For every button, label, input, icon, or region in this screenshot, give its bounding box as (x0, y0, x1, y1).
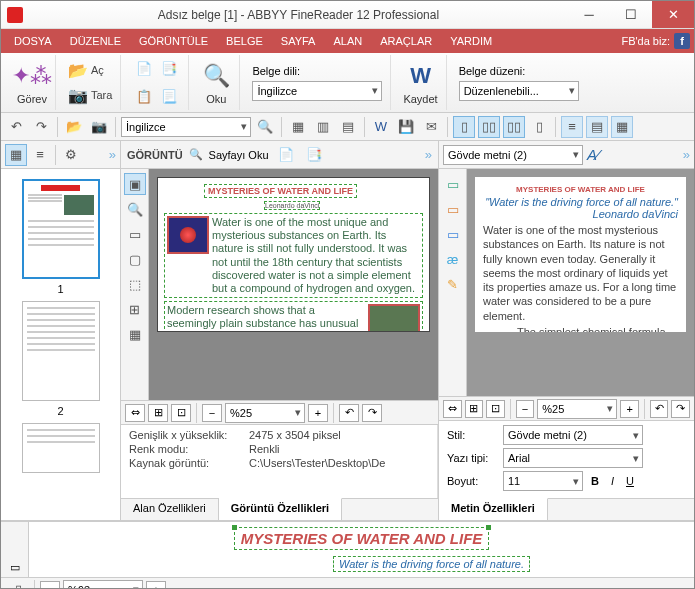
expand-right-icon[interactable]: » (683, 147, 690, 162)
menu-page[interactable]: SAYFA (272, 29, 325, 53)
rotate-right-btn[interactable]: ↷ (362, 404, 382, 422)
font-style-icon[interactable]: A⁄ (587, 146, 600, 163)
undo-button[interactable]: ↶ (5, 116, 27, 138)
minimize-button[interactable]: ─ (568, 1, 610, 28)
menu-tools[interactable]: ARAÇLAR (371, 29, 441, 53)
style-combo-hdr[interactable]: Gövde metni (2) (443, 145, 583, 165)
menu-edit[interactable]: DÜZENLE (61, 29, 130, 53)
task-icon[interactable]: ✦⁂ (17, 61, 47, 91)
bz-tool[interactable]: ▯ (7, 579, 29, 590)
r-zoom-combo[interactable]: %25 (537, 399, 617, 419)
thumbnail-3[interactable] (22, 423, 100, 473)
zoom-subtitle[interactable]: Water is the driving force of all nature… (333, 556, 530, 572)
save-word-btn[interactable]: W (370, 116, 392, 138)
image-viewport[interactable]: MYSTERIES OF WATER AND LIFE Leonardo daV… (149, 169, 438, 400)
rtool-1[interactable]: ▭ (442, 173, 464, 195)
pane-btn-1[interactable]: ≡ (561, 116, 583, 138)
view-btn-4[interactable]: ▯ (528, 116, 550, 138)
zoom-title[interactable]: MYSTERIES OF WATER AND LIFE (234, 527, 490, 550)
image-block-2[interactable] (368, 304, 420, 332)
ribbon-tool-4[interactable]: 📃 (158, 86, 180, 108)
tool-area-5[interactable]: ▦ (124, 323, 146, 345)
facebook-icon[interactable]: f (674, 33, 690, 49)
layout-btn-1[interactable]: ▦ (287, 116, 309, 138)
tool-area-2[interactable]: ▢ (124, 248, 146, 270)
zoom-combo[interactable]: %25 (225, 403, 305, 423)
fit-page-btn[interactable]: ⊞ (148, 404, 168, 422)
maximize-button[interactable]: ☐ (610, 1, 652, 28)
text-block-2[interactable]: Modern research shows that a seemingly p… (164, 301, 423, 332)
text-viewport[interactable]: MYSTERIES OF WATER AND LIFE "Water is th… (467, 169, 694, 396)
style-combo[interactable]: Gövde metni (2) (503, 425, 643, 445)
fit-width-btn[interactable]: ⇔ (125, 404, 145, 422)
tool-select[interactable]: ▣ (124, 173, 146, 195)
bold-btn[interactable]: B (587, 475, 603, 487)
r-fit-width[interactable]: ⇔ (443, 400, 462, 418)
underline-btn[interactable]: U (622, 475, 638, 487)
view-btn-3[interactable]: ▯▯ (503, 116, 525, 138)
r-zoom-in[interactable]: + (620, 400, 639, 418)
zoom-in-btn[interactable]: + (308, 404, 328, 422)
view-btn-1[interactable]: ▯ (453, 116, 475, 138)
r-rotate-r[interactable]: ↷ (671, 400, 690, 418)
thumb-view-btn[interactable]: ▦ (5, 144, 27, 166)
bz-combo[interactable]: %63 (63, 580, 143, 590)
layout-btn-2[interactable]: ▥ (312, 116, 334, 138)
bz-out[interactable]: − (40, 581, 60, 590)
open-folder-button[interactable]: 📂 (63, 116, 85, 138)
tab-area-props[interactable]: Alan Özellikleri (121, 499, 219, 520)
redo-button[interactable]: ↷ (30, 116, 52, 138)
r-zoom-out[interactable]: − (516, 400, 535, 418)
rtool-3[interactable]: ▭ (442, 223, 464, 245)
italic-btn[interactable]: I (607, 475, 618, 487)
expand-left-icon[interactable]: » (109, 147, 116, 162)
read-icon[interactable]: 🔍 (201, 61, 231, 91)
actual-size-btn[interactable]: ⊡ (171, 404, 191, 422)
r-rotate-l[interactable]: ↶ (650, 400, 669, 418)
thumbnail-2[interactable] (22, 301, 100, 401)
layout-combo[interactable]: Düzenlenebili... (459, 81, 579, 101)
tool-area-4[interactable]: ⊞ (124, 298, 146, 320)
menu-help[interactable]: YARDIM (441, 29, 501, 53)
close-button[interactable]: ✕ (652, 1, 694, 28)
ribbon-tool-1[interactable]: 📄 (133, 58, 155, 80)
expand-mid-icon[interactable]: » (425, 147, 432, 162)
thumbnail-1[interactable] (22, 179, 100, 279)
text-block-1[interactable]: Water is one of the most unique and myst… (164, 213, 423, 298)
save-word-icon[interactable]: W (406, 61, 436, 91)
bottom-tool[interactable]: ▭ (10, 561, 20, 574)
menu-doc[interactable]: BELGE (217, 29, 272, 53)
mid-tool-2[interactable]: 📑 (303, 144, 325, 166)
read-tb-button[interactable]: 🔍 (254, 116, 276, 138)
zoom-pane[interactable]: MYSTERIES OF WATER AND LIFE Water is the… (29, 521, 694, 578)
ribbon-tool-2[interactable]: 📑 (158, 58, 180, 80)
readpage-icon[interactable]: 🔍 (189, 148, 203, 161)
page-author-box[interactable]: Leonardo daVinci (264, 201, 320, 210)
bz-in[interactable]: + (146, 581, 166, 590)
thumb-settings-btn[interactable]: ⚙ (60, 144, 82, 166)
font-combo[interactable]: Arial (503, 448, 643, 468)
rtool-4[interactable]: æ (442, 248, 464, 270)
menu-view[interactable]: GÖRÜNTÜLE (130, 29, 217, 53)
zoom-out-btn[interactable]: − (202, 404, 222, 422)
mid-tool-1[interactable]: 📄 (275, 144, 297, 166)
r-actual[interactable]: ⊡ (486, 400, 505, 418)
rtool-5[interactable]: ✎ (442, 273, 464, 295)
pane-btn-3[interactable]: ▦ (611, 116, 633, 138)
pane-btn-2[interactable]: ▤ (586, 116, 608, 138)
rtool-2[interactable]: ▭ (442, 198, 464, 220)
image-block-1[interactable] (167, 216, 209, 254)
tool-area-3[interactable]: ⬚ (124, 273, 146, 295)
list-view-btn[interactable]: ≡ (29, 144, 51, 166)
readpage-label[interactable]: Sayfayı Oku (209, 149, 269, 161)
tool-zoom[interactable]: 🔍 (124, 198, 146, 220)
r-fit-page[interactable]: ⊞ (465, 400, 484, 418)
view-btn-2[interactable]: ▯▯ (478, 116, 500, 138)
size-combo[interactable]: 11 (503, 471, 583, 491)
menu-area[interactable]: ALAN (324, 29, 371, 53)
doclang-combo[interactable]: İngilizce (252, 81, 382, 101)
tab-text-props[interactable]: Metin Özellikleri (439, 498, 548, 520)
scan-button[interactable]: 📷Tara (68, 86, 112, 105)
rotate-left-btn[interactable]: ↶ (339, 404, 359, 422)
scan-tb-button[interactable]: 📷 (88, 116, 110, 138)
